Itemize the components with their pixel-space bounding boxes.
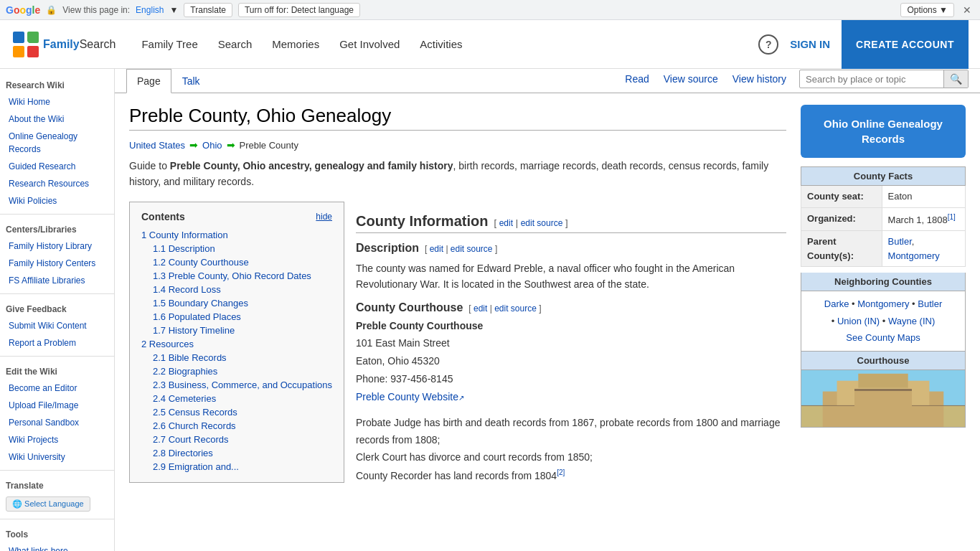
organized-value: March 1, 1808[1]	[882, 207, 965, 231]
county-info-edit-link[interactable]: edit	[499, 218, 513, 228]
toc-link-1[interactable]: 1 County Information	[141, 230, 228, 240]
description-edit-source-link[interactable]: edit source	[451, 244, 493, 254]
county-seat-value: Eaton	[882, 186, 965, 208]
tabs-bar: Page Talk Read View source View history …	[115, 69, 980, 93]
breadcrumb-ohio[interactable]: Ohio	[202, 140, 222, 151]
sidebar-item-become-editor[interactable]: Become an Editor	[0, 380, 114, 397]
see-county-maps-link[interactable]: See County Maps	[846, 332, 920, 343]
sidebar-item-fs-affiliate[interactable]: FS Affiliate Libraries	[0, 272, 114, 289]
translate-button[interactable]: Translate	[184, 3, 232, 17]
sidebar-item-family-history-library[interactable]: Family History Library	[0, 237, 114, 255]
toc-link-1-2[interactable]: 1.2 County Courthouse	[153, 257, 249, 268]
toc-link-1-4[interactable]: 1.4 Record Loss	[153, 284, 221, 295]
main-nav: Family Tree Search Memories Get Involved…	[133, 32, 758, 56]
toc-link-2-7[interactable]: 2.7 Court Records	[153, 434, 229, 445]
description-edit-link[interactable]: edit	[430, 244, 443, 254]
toc-item-2: 2 Resources	[141, 337, 332, 351]
toc-link-1-6[interactable]: 1.6 Populated Places	[153, 311, 241, 322]
toc-link-1-7[interactable]: 1.7 History Timeline	[153, 325, 235, 336]
wiki-search-button[interactable]: 🔍	[943, 70, 968, 88]
tab-view-history[interactable]: View history	[725, 70, 793, 88]
nav-search[interactable]: Search	[209, 32, 261, 56]
toc-link-1-5[interactable]: 1.5 Boundary Changes	[153, 298, 248, 309]
wiki-search-bar: 🔍	[799, 70, 969, 88]
sidebar-item-report-problem[interactable]: Report a Problem	[0, 334, 114, 352]
darke-link[interactable]: Darke	[824, 298, 849, 309]
toc-title: Contents hide	[141, 211, 332, 222]
sidebar-item-upload-file[interactable]: Upload File/Image	[0, 397, 114, 414]
toc-link-2-4[interactable]: 2.4 Cemeteries	[153, 393, 216, 404]
toc-link-1-3[interactable]: 1.3 Preble County, Ohio Record Dates	[153, 270, 311, 281]
create-account-button[interactable]: CREATE ACCOUNT	[842, 20, 969, 69]
nav-family-tree[interactable]: Family Tree	[133, 32, 206, 56]
wiki-search-input[interactable]	[800, 72, 943, 86]
sidebar-divider-2	[0, 293, 114, 294]
options-button[interactable]: Options ▼	[900, 3, 954, 17]
sidebar-item-guided-research[interactable]: Guided Research	[0, 158, 114, 175]
turn-off-button[interactable]: Turn off for: Detect language	[238, 3, 360, 17]
montgomery-neighbor-link[interactable]: Montgomery	[857, 298, 909, 309]
montgomery-link[interactable]: Montgomery	[888, 250, 940, 261]
tab-talk[interactable]: Talk	[171, 69, 211, 93]
sidebar-item-submit-wiki[interactable]: Submit Wiki Content	[0, 317, 114, 334]
sidebar-item-wiki-policies[interactable]: Wiki Policies	[0, 192, 114, 209]
help-button[interactable]: ?	[758, 34, 778, 55]
sidebar-item-wiki-university[interactable]: Wiki University	[0, 448, 114, 466]
breadcrumb-us[interactable]: United States	[129, 140, 185, 151]
toc-link-2-2[interactable]: 2.2 Biographies	[153, 366, 217, 377]
probate-text-3: County Recorder has land records from 18…	[356, 469, 557, 481]
sidebar-item-wiki-home[interactable]: Wiki Home	[0, 93, 114, 110]
wayne-in-link[interactable]: Wayne (IN)	[888, 316, 935, 326]
main-header: ✦ FamilySearch Family Tree Search Memori…	[0, 20, 980, 69]
toc-link-2-5[interactable]: 2.5 Census Records	[153, 407, 237, 418]
nav-memories[interactable]: Memories	[263, 32, 328, 56]
breadcrumb-current: Preble County	[240, 140, 298, 151]
svg-text:✦: ✦	[21, 37, 32, 52]
toc-link-2-9[interactable]: 2.9 Emigration and...	[153, 461, 239, 472]
toc-link-2-8[interactable]: 2.8 Directories	[153, 448, 213, 458]
toc-link-1-1[interactable]: 1.1 Description	[153, 243, 215, 254]
toc-link-2-6[interactable]: 2.6 Church Records	[153, 420, 236, 431]
sidebar-item-personal-sandbox[interactable]: Personal Sandbox	[0, 414, 114, 431]
union-in-link[interactable]: Union (IN)	[837, 316, 880, 326]
close-translate-button[interactable]: ✕	[960, 4, 974, 16]
toc-item-1-2: 1.2 County Courthouse	[141, 255, 332, 269]
courthouse-website-link[interactable]: Preble County Website	[356, 391, 464, 402]
sidebar-item-about-wiki[interactable]: About the Wiki	[0, 110, 114, 128]
main-content-area: Page Talk Read View source View history …	[115, 69, 980, 551]
breadcrumb-arrow-1: ➡	[189, 139, 198, 151]
butler-link[interactable]: Butler	[888, 236, 912, 247]
toc-link-2[interactable]: 2 Resources	[141, 339, 194, 349]
butler-neighbor-link[interactable]: Butler	[918, 298, 942, 309]
sign-in-button[interactable]: SIGN IN	[790, 38, 830, 50]
description-heading: Description [ edit | edit source ]	[356, 242, 786, 255]
header-right: ? SIGN IN CREATE ACCOUNT	[758, 20, 969, 69]
tab-view-source[interactable]: View source	[656, 70, 725, 88]
ohio-online-genealogy-button[interactable]: Ohio Online Genealogy Records	[801, 105, 966, 158]
select-language-button[interactable]: 🌐 Select Language	[6, 496, 90, 512]
sidebar-item-online-genealogy[interactable]: Online Genealogy Records	[0, 128, 114, 158]
county-facts-header: County Facts	[801, 167, 966, 186]
sidebar-item-research-resources[interactable]: Research Resources	[0, 175, 114, 192]
sidebar-item-family-history-centers[interactable]: Family History Centers	[0, 255, 114, 272]
nav-get-involved[interactable]: Get Involved	[331, 32, 408, 56]
courthouse-edit-link[interactable]: edit	[473, 303, 487, 314]
county-info-edit-source-link[interactable]: edit source	[521, 218, 563, 228]
sidebar-section-research-wiki: Research Wiki	[0, 75, 114, 93]
toc-link-2-3[interactable]: 2.3 Business, Commerce, and Occupations	[153, 380, 332, 390]
translate-bar: Google 🔒 View this page in: English ▼ Tr…	[0, 0, 980, 20]
sidebar-item-what-links-here[interactable]: What links here	[0, 542, 114, 551]
tab-read[interactable]: Read	[618, 70, 656, 88]
logo-link[interactable]: ✦ FamilySearch	[11, 30, 116, 59]
courthouse-edit-source-link[interactable]: edit source	[494, 303, 537, 314]
nav-activities[interactable]: Activities	[411, 32, 471, 56]
toc-link-2-1[interactable]: 2.1 Bible Records	[153, 352, 227, 363]
toc-hide-link[interactable]: hide	[316, 212, 332, 222]
sidebar-item-wiki-projects[interactable]: Wiki Projects	[0, 431, 114, 448]
tab-page[interactable]: Page	[126, 69, 171, 93]
toc-item-2-5: 2.5 Census Records	[141, 405, 332, 419]
intro-paragraph: Guide to Preble County, Ohio ancestry, g…	[129, 158, 786, 190]
language-link[interactable]: English	[136, 5, 164, 15]
google-logo: Google	[6, 4, 40, 16]
sidebar-divider-5	[0, 519, 114, 519]
